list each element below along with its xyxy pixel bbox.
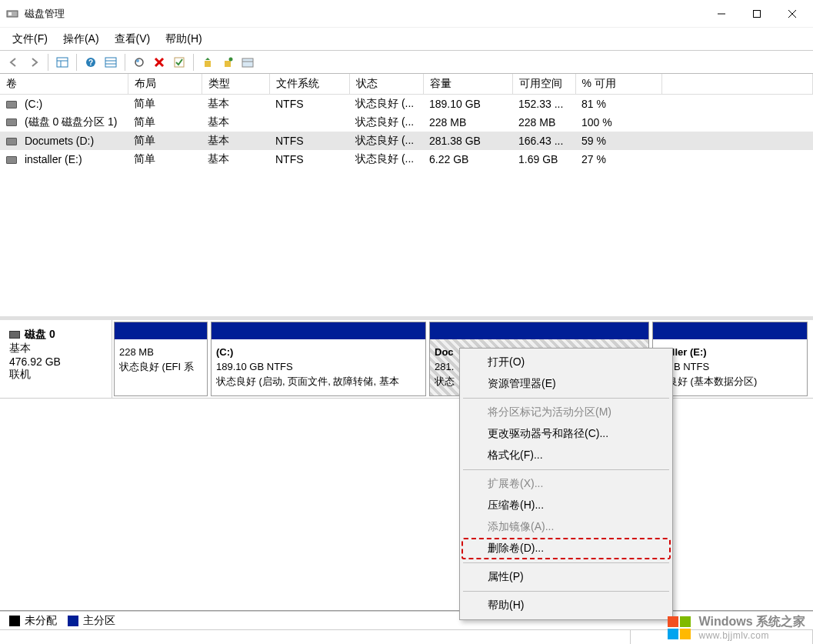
toolbar: ?: [0, 51, 813, 74]
check-icon[interactable]: [170, 53, 188, 72]
context-menu-item: 扩展卷(X)...: [461, 473, 671, 495]
svg-rect-1: [8, 12, 12, 15]
wm-url: www.bjjmlv.com: [698, 630, 805, 641]
help-icon[interactable]: ?: [82, 53, 100, 72]
svg-rect-19: [205, 61, 211, 67]
detail-button[interactable]: [102, 53, 120, 72]
svg-point-15: [136, 59, 139, 62]
disk-row: 磁盘 0 基本 476.92 GB 联机 228 MB状态良好 (EFI 系(C…: [0, 320, 813, 399]
disk-info[interactable]: 磁盘 0 基本 476.92 GB 联机: [0, 320, 112, 398]
titlebar: 磁盘管理: [0, 0, 813, 28]
properties-icon[interactable]: [238, 53, 257, 72]
svg-rect-27: [680, 629, 691, 639]
svg-rect-3: [754, 10, 761, 17]
volume-icon: [6, 138, 17, 145]
svg-text:?: ?: [88, 58, 93, 67]
context-menu-item[interactable]: 更改驱动器号和路径(C)...: [461, 423, 671, 445]
col-status[interactable]: 状态: [349, 74, 423, 95]
menu-file[interactable]: 文件(F): [5, 29, 55, 49]
watermark: Windows 系统之家 www.bjjmlv.com: [666, 614, 805, 641]
svg-rect-25: [680, 616, 691, 627]
context-menu-item[interactable]: 资源管理器(E): [461, 373, 671, 395]
minimize-button[interactable]: [704, 0, 739, 28]
partition[interactable]: 228 MB状态良好 (EFI 系: [114, 322, 208, 396]
volume-table: 卷 布局 类型 文件系统 状态 容量 可用空间 % 可用 (C:)简单基本NTF…: [0, 74, 813, 169]
table-row[interactable]: (C:)简单基本NTFS状态良好 (...189.10 GB152.33 ...…: [0, 95, 813, 114]
menubar: 文件(F) 操作(A) 查看(V) 帮助(H): [0, 28, 813, 51]
svg-point-14: [135, 58, 143, 66]
legend-unallocated: 未分配: [25, 614, 57, 626]
disk-size: 476.92 GB: [9, 355, 102, 368]
back-button[interactable]: [5, 53, 23, 72]
action2-icon[interactable]: [218, 53, 237, 72]
col-type[interactable]: 类型: [202, 74, 269, 95]
refresh-icon[interactable]: [130, 53, 148, 72]
context-menu-item: 添加镜像(A)...: [461, 516, 671, 538]
context-menu: 打开(O)资源管理器(E)将分区标记为活动分区(M)更改驱动器号和路径(C)..…: [459, 348, 673, 620]
context-menu-item[interactable]: 删除卷(D)...: [461, 538, 671, 559]
menu-help[interactable]: 帮助(H): [158, 29, 209, 49]
context-menu-item[interactable]: 属性(P): [461, 566, 671, 588]
col-fs[interactable]: 文件系统: [269, 74, 349, 95]
menu-view[interactable]: 查看(V): [107, 29, 158, 49]
table-row[interactable]: (磁盘 0 磁盘分区 1)简单基本状态良好 (...228 MB228 MB10…: [0, 113, 813, 132]
delete-icon[interactable]: [150, 53, 168, 72]
table-row[interactable]: Documets (D:)简单基本NTFS状态良好 (...281.38 GB1…: [0, 132, 813, 150]
wm-suffix: 系统之家: [753, 615, 805, 628]
col-capacity[interactable]: 容量: [423, 74, 512, 95]
volume-list-pane: 卷 布局 类型 文件系统 状态 容量 可用空间 % 可用 (C:)简单基本NTF…: [0, 74, 813, 320]
disk-type: 基本: [9, 342, 102, 355]
col-free[interactable]: 可用空间: [512, 74, 575, 95]
table-row[interactable]: installer (E:)简单基本NTFS状态良好 (...6.22 GB1.…: [0, 150, 813, 169]
disk-graphic-pane: 磁盘 0 基本 476.92 GB 联机 228 MB状态良好 (EFI 系(C…: [0, 320, 813, 611]
disk-icon: [9, 331, 20, 339]
window-controls: [704, 0, 810, 28]
volume-icon: [6, 118, 17, 126]
svg-rect-24: [668, 616, 678, 627]
context-menu-item[interactable]: 打开(O): [461, 352, 671, 373]
forward-button[interactable]: [25, 53, 43, 72]
svg-rect-20: [225, 61, 231, 67]
context-menu-item: 将分区标记为活动分区(M): [461, 402, 671, 423]
windows-logo-icon: [666, 615, 692, 641]
close-button[interactable]: [775, 0, 810, 28]
view-button[interactable]: [53, 53, 72, 72]
swatch-primary: [68, 616, 78, 626]
context-menu-item[interactable]: 压缩卷(H)...: [461, 495, 671, 516]
volume-icon: [6, 101, 17, 108]
svg-rect-11: [105, 58, 116, 67]
disk-label: 磁盘 0: [25, 328, 55, 340]
action1-icon[interactable]: [198, 53, 217, 72]
svg-point-21: [229, 57, 233, 61]
col-pct[interactable]: % 可用: [575, 74, 661, 95]
volume-icon: [6, 156, 17, 164]
partition[interactable]: staller (E:)2 GB NTFS态良好 (基本数据分区): [652, 322, 808, 396]
maximize-button[interactable]: [739, 0, 775, 28]
app-icon: [6, 8, 18, 20]
menu-action[interactable]: 操作(A): [55, 29, 107, 49]
wm-brand: Windows: [698, 615, 752, 628]
window-title: 磁盘管理: [25, 7, 704, 21]
col-layout[interactable]: 布局: [128, 74, 202, 95]
partition[interactable]: (C:)189.10 GB NTFS状态良好 (启动, 页面文件, 故障转储, …: [211, 322, 426, 396]
svg-rect-22: [242, 58, 253, 67]
svg-rect-6: [57, 58, 68, 67]
svg-rect-26: [668, 629, 678, 639]
swatch-unallocated: [9, 616, 20, 626]
context-menu-item[interactable]: 格式化(F)...: [461, 445, 671, 466]
col-volume[interactable]: 卷: [0, 74, 128, 95]
disk-status: 联机: [9, 368, 102, 382]
context-menu-item[interactable]: 帮助(H): [461, 595, 671, 616]
legend-primary: 主分区: [83, 614, 115, 626]
